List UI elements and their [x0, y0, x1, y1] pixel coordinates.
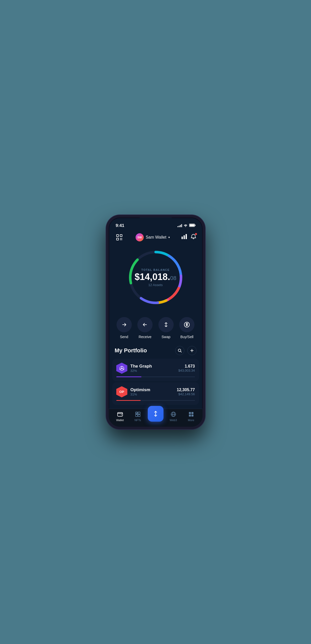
send-button[interactable]: Send: [117, 317, 132, 339]
status-time: 9:41: [116, 223, 124, 228]
balance-main: $14,018.: [135, 272, 170, 281]
svg-point-26: [178, 349, 181, 352]
svg-rect-10: [182, 237, 183, 239]
swap-center-button[interactable]: [148, 406, 163, 422]
asset-icon-graph: [116, 363, 127, 374]
asset-pct-graph: 32%: [130, 369, 175, 373]
svg-rect-6: [120, 238, 121, 239]
svg-line-36: [122, 369, 123, 369]
nav-wallet[interactable]: Wallet: [111, 411, 129, 422]
buysell-label: Buy/Sell: [181, 335, 193, 339]
asset-usd-graph: $43,003.34: [178, 369, 195, 372]
nav-web3[interactable]: Web3: [165, 411, 182, 422]
nav-nfts[interactable]: NFTs: [129, 411, 147, 422]
svg-rect-50: [189, 415, 191, 417]
nfts-icon: [135, 411, 141, 418]
svg-rect-7: [121, 238, 122, 239]
signal-icon: [177, 224, 182, 227]
asset-values-optimism: 12,305.77 $42,149.56: [177, 388, 195, 396]
svg-point-31: [121, 368, 122, 369]
swap-button[interactable]: Swap: [158, 317, 174, 339]
asset-main-row-op: OP Optimism 31% 12,305.77 $42,149.56: [116, 386, 195, 398]
portfolio-section: My Portfolio: [109, 344, 203, 409]
asset-card-optimism[interactable]: OP Optimism 31% 12,305.77 $42,149.56: [112, 382, 199, 405]
asset-main-row: The Graph 32% 1.673 $43,003.34: [116, 363, 195, 374]
volume-down-button: [106, 264, 107, 279]
wallet-selector[interactable]: SW Sam Wallet ▾: [136, 233, 170, 241]
asset-amount-graph: 1.673: [178, 364, 195, 369]
svg-rect-8: [120, 239, 121, 240]
status-icons: [177, 224, 195, 228]
portfolio-header: My Portfolio: [109, 344, 203, 359]
nav-center[interactable]: [147, 411, 165, 422]
power-button: [205, 238, 205, 253]
svg-rect-1: [195, 225, 195, 226]
progress-fill-optimism: [116, 400, 141, 401]
svg-rect-4: [120, 235, 122, 237]
search-button[interactable]: [175, 346, 184, 355]
header-right: [182, 234, 196, 241]
svg-rect-48: [189, 412, 191, 414]
battery-icon: [189, 224, 195, 228]
asset-info-graph: The Graph 32%: [130, 364, 175, 373]
svg-point-39: [121, 414, 122, 415]
svg-rect-38: [118, 412, 123, 416]
svg-rect-43: [138, 415, 140, 417]
balance-section: TOTAL BALANCE $14,018. 08 12 Assets: [109, 244, 203, 313]
asset-card-the-graph[interactable]: The Graph 32% 1.673 $43,003.34: [112, 359, 199, 381]
asset-progress-optimism: [116, 400, 195, 401]
volume-up-button: [106, 245, 107, 261]
asset-progress-graph: [116, 376, 195, 377]
add-asset-button[interactable]: [187, 346, 197, 355]
buysell-button[interactable]: Buy/Sell: [179, 317, 194, 339]
web3-icon: [170, 411, 177, 418]
svg-rect-11: [184, 235, 185, 239]
action-buttons: Send Receive Swap: [109, 313, 203, 344]
notifications-button[interactable]: [191, 234, 196, 241]
svg-rect-9: [121, 239, 122, 240]
balance-cents: 08: [170, 275, 176, 281]
svg-point-32: [121, 366, 122, 367]
wallet-icon: [117, 411, 123, 418]
asset-usd-optimism: $42,149.56: [177, 392, 195, 396]
phone-frame: 9:41: [106, 215, 205, 429]
donut-chart: TOTAL BALANCE $14,018. 08 12 Assets: [125, 247, 186, 308]
app-header: SW Sam Wallet ▾: [109, 230, 203, 244]
receive-label: Receive: [139, 335, 152, 339]
nav-more[interactable]: More: [182, 411, 200, 422]
more-icon: [188, 411, 194, 418]
nav-web3-label: Web3: [170, 419, 177, 422]
silent-button: [106, 233, 107, 242]
progress-fill-graph: [116, 376, 141, 377]
portfolio-title: My Portfolio: [115, 347, 147, 354]
svg-rect-41: [138, 412, 140, 414]
asset-name-graph: The Graph: [130, 364, 175, 369]
svg-point-34: [119, 369, 120, 370]
wifi-icon: [184, 224, 188, 228]
nav-wallet-label: Wallet: [116, 419, 124, 422]
send-label: Send: [120, 335, 128, 339]
svg-line-37: [120, 369, 121, 369]
asset-pct-optimism: 31%: [130, 392, 174, 396]
asset-icon-optimism: OP: [116, 386, 127, 398]
svg-point-33: [123, 369, 124, 370]
svg-rect-12: [186, 234, 187, 239]
swap-icon: [158, 317, 174, 332]
asset-info-optimism: Optimism 31%: [130, 387, 174, 396]
svg-rect-3: [117, 235, 119, 237]
svg-rect-5: [117, 238, 119, 240]
assets-count: 12 Assets: [135, 283, 176, 287]
buysell-icon: [179, 317, 194, 332]
svg-rect-42: [136, 415, 138, 417]
scan-button[interactable]: [115, 233, 124, 242]
svg-rect-49: [191, 412, 193, 414]
svg-rect-51: [191, 415, 193, 417]
portfolio-actions: [175, 346, 197, 355]
nav-more-label: More: [188, 419, 194, 422]
notification-badge: [195, 233, 197, 235]
asset-amount-optimism: 12,305.77: [177, 388, 195, 392]
send-icon: [117, 317, 132, 332]
receive-button[interactable]: Receive: [137, 317, 153, 339]
chart-icon[interactable]: [182, 234, 187, 240]
balance-display: TOTAL BALANCE $14,018. 08 12 Assets: [135, 268, 176, 287]
